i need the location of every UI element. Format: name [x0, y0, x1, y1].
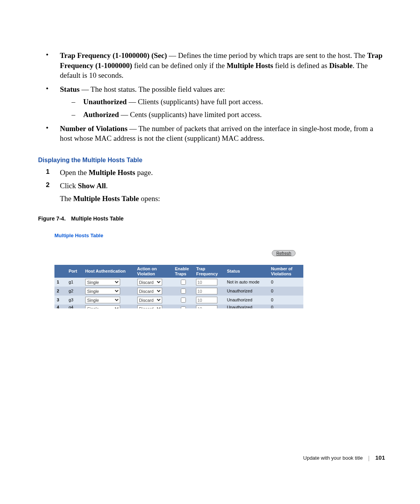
multiple-hosts-table: Port Host Authentication Action on Viola…: [54, 265, 303, 308]
row-index: 3: [54, 296, 66, 304]
book-title: Update with your book title: [303, 455, 363, 461]
refresh-button[interactable]: Refresh: [272, 250, 296, 256]
col-enable: Enable Traps: [173, 265, 194, 278]
enable-traps-checkbox[interactable]: [181, 280, 186, 285]
table-row: 1 g1 Single Discard Not in auto mode 0: [54, 278, 303, 287]
cell-port: g1: [66, 278, 83, 287]
col-nov: Number of Violations: [269, 265, 303, 278]
field-definitions-list: Trap Frequency (1-1000000) (Sec) — Defin…: [46, 51, 385, 144]
table-row: 3 g3 Single Discard Unauthorized 0: [54, 296, 303, 304]
cell-nov: 0: [269, 296, 303, 304]
status-term: Status: [60, 85, 80, 93]
status-values-list: Unauthorized — Clients (supplicants) hav…: [72, 97, 385, 120]
table-header-row: Port Host Authentication Action on Viola…: [54, 265, 303, 278]
figure-caption: Figure 7-4.Multiple Hosts Table: [38, 215, 385, 222]
hostauth-select[interactable]: Single: [85, 297, 120, 303]
action-select[interactable]: Discard: [137, 288, 162, 294]
cell-status: Unauthorized: [224, 287, 268, 296]
trap-frequency-input[interactable]: [196, 297, 217, 303]
cell-status: Unauthorized: [224, 304, 268, 308]
cell-port: g4: [66, 304, 83, 308]
table-row: 4 g4 Single Discard Unauthorized 0: [54, 304, 303, 308]
section-heading: Displaying the Multiple Hosts Table: [38, 157, 385, 164]
col-status: Status: [224, 265, 268, 278]
col-trapfreq: Trap Frequency: [194, 265, 224, 278]
col-port: Port: [66, 265, 83, 278]
table-row: 2 g2 Single Discard Unauthorized 0: [54, 287, 303, 296]
hostauth-select[interactable]: Single: [85, 279, 120, 285]
trap-frequency-def: Trap Frequency (1-1000000) (Sec) — Defin…: [60, 51, 385, 80]
trap-frequency-term: Trap Frequency (1-1000000) (Sec): [60, 51, 167, 60]
cell-nov: 0: [269, 278, 303, 287]
col-action: Action on Violation: [135, 265, 173, 278]
action-select[interactable]: Discard: [137, 279, 162, 285]
page-footer: Update with your book title 101: [303, 454, 385, 461]
hostauth-select[interactable]: Single: [85, 305, 120, 308]
screenshot-title: Multiple Hosts Table: [54, 233, 303, 238]
cell-nov: 0: [269, 304, 303, 308]
enable-traps-checkbox[interactable]: [181, 306, 186, 308]
enable-traps-checkbox[interactable]: [181, 289, 186, 294]
cell-status: Not in auto mode: [224, 278, 268, 287]
cell-port: g3: [66, 296, 83, 304]
cell-nov: 0: [269, 287, 303, 296]
status-def: Status — The host status. The possible f…: [60, 84, 385, 94]
page-number: 101: [375, 454, 385, 461]
action-select[interactable]: Discard: [137, 297, 162, 303]
row-index: 1: [54, 278, 66, 287]
number-of-violations-def: Number of Violations — The number of pac…: [60, 124, 385, 144]
cell-port: g2: [66, 287, 83, 296]
trap-frequency-input[interactable]: [196, 279, 217, 285]
enable-traps-checkbox[interactable]: [181, 298, 186, 303]
trap-frequency-input[interactable]: [196, 305, 217, 308]
row-index: 4: [54, 304, 66, 308]
nov-term: Number of Violations: [60, 124, 128, 133]
page: Trap Frequency (1-1000000) (Sec) — Defin…: [0, 0, 420, 504]
trap-frequency-input[interactable]: [196, 288, 217, 294]
action-select[interactable]: Discard: [137, 305, 162, 308]
row-index: 2: [54, 287, 66, 296]
hostauth-select[interactable]: Single: [85, 288, 120, 294]
col-hostauth: Host Authentication: [83, 265, 135, 278]
cell-status: Unauthorized: [224, 296, 268, 304]
multiple-hosts-table-screenshot: Multiple Hosts Table Refresh Port Host A…: [54, 233, 303, 308]
procedure-steps: Open the Multiple Hosts page. Click Show…: [46, 168, 385, 204]
